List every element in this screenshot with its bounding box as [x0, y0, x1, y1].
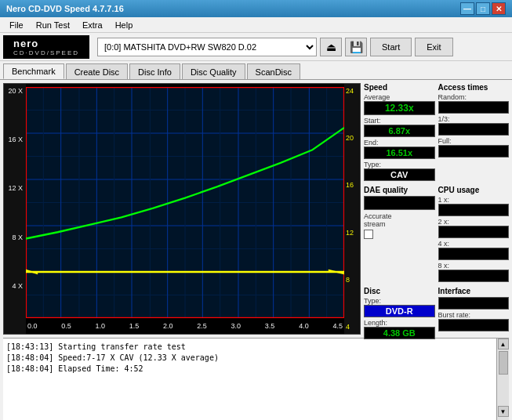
tab-scan-disc[interactable]: ScanDisc — [247, 63, 300, 79]
end-value: 16.51x — [364, 147, 435, 159]
log-scrollbar: ▲ ▼ — [496, 339, 509, 420]
menu-bar: File Run Test Extra Help — [0, 17, 512, 33]
y-right-20: 20 — [346, 134, 358, 142]
accurate-stream-row — [364, 230, 435, 239]
x-label-4: 4.0 — [299, 322, 309, 330]
minimize-button[interactable]: — — [460, 2, 474, 15]
disc-type-label: Type: — [364, 297, 435, 305]
cpu-2x-value — [438, 226, 510, 238]
toolbar: nero CD·DVD/SPEED [0:0] MATSHITA DVD+RW … — [0, 33, 512, 61]
burst-rate-value — [438, 319, 510, 331]
x-label-1: 1.0 — [96, 322, 106, 330]
x-axis: 0.0 0.5 1.0 1.5 2.0 2.5 3.0 3.5 4.0 4.5 — [26, 318, 344, 334]
y-right-12: 12 — [346, 229, 358, 237]
x-label-3: 3.0 — [231, 322, 241, 330]
length-value: 4.38 GB — [364, 327, 435, 339]
x-label-05: 0.5 — [61, 322, 71, 330]
log-content: [18:43:13] Starting transfer rate test [… — [3, 339, 496, 420]
close-button[interactable]: ✕ — [492, 2, 506, 15]
title-bar: Nero CD-DVD Speed 4.7.7.16 — □ ✕ — [0, 0, 512, 17]
type-label: Type: — [364, 161, 435, 168]
tab-benchmark[interactable]: Benchmark — [3, 63, 64, 79]
disc-section: Disc Type: DVD-R Length: 4.38 GB — [364, 287, 435, 339]
interface-label: Interface — [438, 287, 510, 295]
x-label-0: 0.0 — [27, 322, 38, 330]
start-label: Start: — [364, 117, 435, 125]
log-line-1: [18:43:13] Starting transfer rate test — [6, 342, 493, 353]
access-times-title: Access times — [438, 83, 510, 92]
cpu-usage-section: CPU usage 1 x: 2 x: 4 x: 8 x: — [438, 186, 510, 282]
cpu-1x-label: 1 x: — [438, 196, 510, 204]
dae-section: DAE quality Accurate stream — [364, 186, 435, 282]
tab-disc-info[interactable]: Disc Info — [129, 63, 180, 79]
cpu-1x-value — [438, 204, 510, 216]
y-axis-right: 24 20 16 12 8 4 — [344, 84, 360, 334]
random-label: Random: — [438, 93, 510, 101]
stream-label: stream — [364, 220, 435, 228]
menu-help[interactable]: Help — [109, 19, 140, 31]
menu-run-test[interactable]: Run Test — [30, 19, 76, 31]
length-label: Length: — [364, 319, 435, 327]
random-value — [438, 101, 510, 114]
y-right-24: 24 — [346, 87, 358, 95]
y-axis-left: 20 X 16 X 12 X 8 X 4 X — [4, 84, 26, 334]
y-right-8: 8 — [346, 276, 358, 284]
right-panel: Speed Average 12.33x Start: 6.87x End: 1… — [364, 83, 509, 335]
one-third-label: 1/3: — [438, 115, 510, 123]
start-value: 6.87x — [364, 125, 435, 137]
exit-button[interactable]: Exit — [415, 38, 452, 56]
interface-section: Interface Burst rate: — [438, 287, 510, 339]
average-value: 12.33x — [364, 101, 435, 115]
scroll-down-button[interactable]: ▼ — [498, 406, 509, 417]
tab-create-disc[interactable]: Create Disc — [66, 63, 128, 79]
cpu-2x-label: 2 x: — [438, 218, 510, 226]
x-label-35: 3.5 — [265, 322, 275, 330]
average-label: Average — [364, 93, 435, 101]
y-label-12: 12 X — [5, 184, 24, 192]
maximize-button[interactable]: □ — [476, 2, 490, 15]
title-text: Nero CD-DVD Speed 4.7.7.16 — [6, 4, 460, 13]
disc-label: Disc — [364, 287, 435, 295]
chart-svg — [26, 87, 344, 318]
y-label-16: 16 X — [5, 136, 24, 143]
y-label-20: 20 X — [5, 87, 24, 95]
y-right-16: 16 — [346, 181, 358, 189]
y-right-4: 4 — [346, 323, 358, 331]
main-content: 20 X 16 X 12 X 8 X 4 X 24 20 16 12 8 4 — [0, 80, 512, 338]
x-label-2: 2.0 — [163, 322, 173, 330]
y-label-4: 4 X — [5, 282, 24, 290]
log-line-3: [18:48:04] Elapsed Time: 4:52 — [6, 364, 493, 375]
one-third-value — [438, 123, 510, 136]
tab-disc-quality[interactable]: Disc Quality — [182, 63, 245, 79]
nero-text: nero — [13, 38, 38, 49]
full-value — [438, 145, 510, 158]
log-area: [18:43:13] Starting transfer rate test [… — [3, 338, 509, 420]
end-label: End: — [364, 139, 435, 147]
tab-bar: Benchmark Create Disc Disc Info Disc Qua… — [0, 61, 512, 80]
interface-value — [438, 297, 510, 310]
speed-section: Speed Average 12.33x Start: 6.87x End: 1… — [364, 83, 435, 181]
cpu-4x-label: 4 x: — [438, 240, 510, 248]
save-button[interactable]: 💾 — [345, 38, 367, 56]
log-line-2: [18:48:04] Speed:7-17 X CAV (12.33 X ave… — [6, 353, 493, 364]
dae-value — [364, 196, 435, 210]
cpu-4x-value — [438, 248, 510, 260]
nero-logo: nero CD·DVD/SPEED — [3, 35, 89, 59]
y-label-8: 8 X — [5, 234, 24, 241]
cdvd-text: CD·DVD/SPEED — [13, 49, 79, 56]
start-button[interactable]: Start — [370, 38, 412, 56]
access-times-section: Access times Random: 1/3: Full: — [438, 83, 510, 181]
x-label-45: 4.5 — [332, 322, 343, 330]
scroll-thumb[interactable] — [499, 351, 508, 375]
menu-file[interactable]: File — [3, 19, 30, 31]
drive-select[interactable]: [0:0] MATSHITA DVD+RW SW820 D.02 — [97, 38, 317, 56]
scroll-up-button[interactable]: ▲ — [498, 339, 509, 349]
cpu-usage-label: CPU usage — [438, 186, 510, 194]
accurate-stream-checkbox[interactable] — [364, 230, 373, 239]
x-label-15: 1.5 — [129, 322, 140, 330]
full-label: Full: — [438, 137, 510, 145]
accurate-label: Accurate — [364, 212, 435, 220]
dae-label: DAE quality — [364, 186, 435, 194]
eject-button[interactable]: ⏏ — [320, 38, 342, 56]
menu-extra[interactable]: Extra — [76, 19, 109, 31]
